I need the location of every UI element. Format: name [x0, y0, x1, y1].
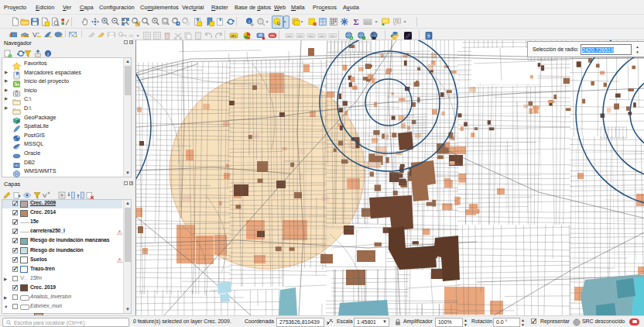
- svg-text:abc: abc: [231, 33, 237, 37]
- svg-text:abc: abc: [331, 33, 335, 37]
- svg-text:i: i: [47, 51, 49, 57]
- svg-text:ab: ab: [259, 33, 263, 37]
- svg-text:DB2: DB2: [14, 164, 19, 167]
- svg-text:abc: abc: [270, 33, 276, 37]
- svg-text:abc: abc: [298, 33, 303, 37]
- svg-text:i: i: [248, 18, 250, 24]
- svg-text:abc: abc: [309, 33, 313, 37]
- svg-text:abc: abc: [320, 33, 324, 37]
- svg-text:abc: abc: [287, 33, 292, 37]
- svg-text:Σ: Σ: [353, 17, 358, 26]
- svg-text:V: V: [43, 192, 47, 199]
